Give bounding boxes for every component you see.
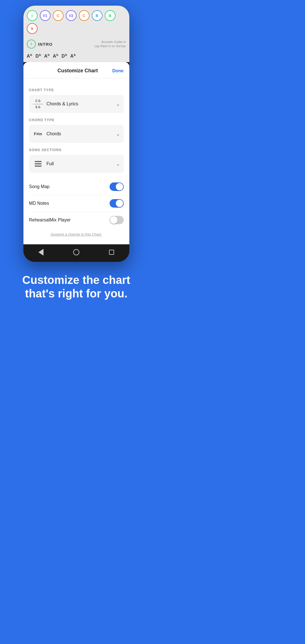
rehearsalmix-toggle[interactable] <box>110 216 124 224</box>
nav-recents-button[interactable] <box>108 248 116 256</box>
recents-icon <box>109 250 114 255</box>
pill-C1[interactable]: C <box>53 10 64 21</box>
pill-I[interactable]: I <box>27 10 38 21</box>
home-icon <box>73 249 79 255</box>
app-background: I V1 C V2 C B B It I INTRO Acoustic Guit… <box>23 6 129 62</box>
pill-B2[interactable]: B <box>105 10 116 21</box>
md-notes-label: MD Notes <box>29 201 49 206</box>
svg-rect-0 <box>35 161 42 162</box>
chart-type-icon: C G─────E G <box>33 99 43 109</box>
chords-lyrics-icon: C G─────E G <box>33 99 43 109</box>
svg-rect-1 <box>35 163 42 164</box>
done-button[interactable]: Done <box>112 68 124 73</box>
bottom-navigation <box>23 244 129 262</box>
back-icon <box>38 249 43 256</box>
rehearsalmix-label: RehearsalMix Player <box>29 217 71 223</box>
md-notes-toggle-row: MD Notes <box>29 195 124 212</box>
pill-C2[interactable]: C <box>79 10 90 21</box>
chord-type-icon: F#m <box>33 129 43 139</box>
song-map-toggle-row: Song Map <box>29 179 124 195</box>
chord-type-label: CHORD TYPE <box>29 118 124 122</box>
rehearsalmix-toggle-knob <box>110 216 117 224</box>
song-sections-value: Full <box>47 161 113 166</box>
guitar-note: Acoustic Guitar in Lap Steel in on 3rd b… <box>94 40 126 49</box>
song-sections-label: SONG SECTIONS <box>29 148 124 152</box>
chart-type-chevron-icon: ⌄ <box>116 101 120 107</box>
toggle-section: Song Map MD Notes RehearsalMix Player <box>29 179 124 228</box>
pill-B1[interactable]: B <box>92 10 103 21</box>
suggest-change-link[interactable]: Suggest a change to this Chart. <box>29 228 124 239</box>
section-pills-row: I V1 C V2 C B B It <box>27 10 126 37</box>
chart-type-dropdown[interactable]: C G─────E G Chords & Lyrics ⌄ <box>29 95 124 113</box>
song-map-toggle-knob <box>116 183 123 190</box>
song-map-toggle[interactable] <box>110 182 124 191</box>
intro-circle: I <box>27 40 36 49</box>
modal-header: Customize Chart Done <box>23 62 129 79</box>
chord-type-chevron-icon: ⌄ <box>116 131 120 137</box>
song-map-label: Song Map <box>29 184 50 189</box>
pill-V2[interactable]: V2 <box>66 10 77 21</box>
nav-home-button[interactable] <box>72 248 80 256</box>
rehearsalmix-toggle-row: RehearsalMix Player <box>29 212 124 228</box>
modal-title: Customize Chart <box>43 68 112 74</box>
chart-type-label: CHART TYPE <box>29 88 124 92</box>
pill-V1[interactable]: V1 <box>40 10 51 21</box>
svg-rect-2 <box>35 166 42 167</box>
song-sections-chevron-icon: ⌄ <box>116 161 120 167</box>
intro-label: I INTRO <box>27 40 53 49</box>
md-notes-toggle-knob <box>116 200 123 207</box>
customize-chart-modal: Customize Chart Done CHART TYPE C G─────… <box>23 62 129 244</box>
song-sections-dropdown[interactable]: Full ⌄ <box>29 155 124 173</box>
intro-row: I INTRO Acoustic Guitar in Lap Steel in … <box>27 37 126 51</box>
modal-body: CHART TYPE C G─────E G Chords & Lyrics ⌄… <box>23 79 129 244</box>
chord-type-dropdown[interactable]: F#m Chords ⌄ <box>29 125 124 143</box>
intro-text: INTRO <box>38 42 53 47</box>
marketing-text: Customize the chart that's right for you… <box>8 273 144 300</box>
chords-display: Ab Db Ab Ab Db Ab <box>27 51 126 62</box>
sections-list-icon <box>34 160 42 168</box>
marketing-section: Customize the chart that's right for you… <box>0 262 152 312</box>
md-notes-toggle[interactable] <box>110 199 124 208</box>
chord-type-value: Chords <box>47 131 113 136</box>
chart-type-value: Chords & Lyrics <box>47 101 113 106</box>
song-sections-icon <box>33 159 43 169</box>
fsharp-icon: F#m <box>34 132 42 136</box>
nav-back-button[interactable] <box>37 248 45 256</box>
phone-shell: I V1 C V2 C B B It I INTRO Acoustic Guit… <box>23 6 129 262</box>
pill-It[interactable]: It <box>27 23 38 34</box>
